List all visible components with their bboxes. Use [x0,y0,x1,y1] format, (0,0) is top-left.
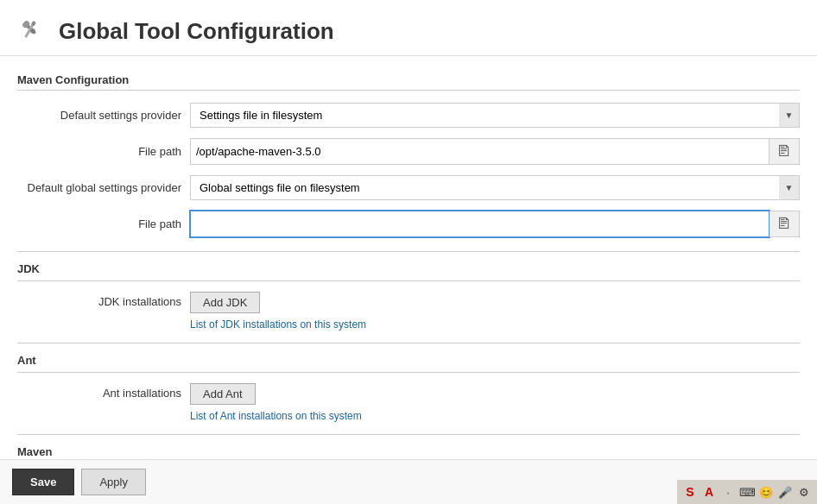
ant-section: Ant Ant installations Add Ant List of An… [17,343,800,425]
apply-button[interactable]: Apply [81,469,146,495]
maven-config-title: Maven Configuration [17,68,800,91]
tools-icon [17,16,48,47]
taskbar-s-icon: S [682,484,698,500]
global-filepath-input[interactable] [190,211,770,237]
taskbar-a-icon: A [701,484,717,500]
default-settings-select-wrapper[interactable]: Settings file in filesystem Use default … [190,103,800,128]
ant-installations-link[interactable]: List of Ant installations on this system [190,410,800,422]
ant-section-title: Ant [17,350,800,373]
global-settings-row: Default global settings provider Global … [17,170,800,205]
global-filepath-browse-btn[interactable]: 🖹 [770,211,800,237]
save-button[interactable]: Save [12,469,74,495]
jdk-installations-row: JDK installations Add JDK List of JDK in… [17,288,800,334]
global-settings-select[interactable]: Global settings file on filesystem Use d… [190,175,800,200]
global-filepath-wrap: 🖹 [190,211,800,237]
taskbar-mic-icon: 🎤 [777,484,793,500]
global-settings-label: Default global settings provider [17,181,190,194]
add-jdk-button[interactable]: Add JDK [190,292,260,313]
jdk-section: JDK JDK installations Add JDK List of JD… [17,251,800,334]
jdk-installations-label: JDK installations [17,292,190,308]
settings-filepath-browse-btn[interactable]: 🖹 [770,138,800,165]
default-settings-label: Default settings provider [17,109,190,122]
global-filepath-label: File path [17,217,190,230]
settings-filepath-input[interactable] [190,138,770,165]
maven-config-section: Maven Configuration Default settings pro… [17,68,800,243]
taskbar-settings-icon[interactable]: ⚙ [796,484,812,500]
settings-filepath-label: File path [17,145,190,158]
page-title: Global Tool Configuration [59,18,334,45]
page-header: Global Tool Configuration [0,0,817,56]
svg-point-4 [30,28,35,34]
main-content: Maven Configuration Default settings pro… [0,56,817,504]
jdk-installations-link[interactable]: List of JDK installations on this system [190,318,800,331]
taskbar-dot1-icon: · [720,484,736,500]
default-settings-wrap: Settings file in filesystem Use default … [190,103,800,128]
ant-installations-row: Ant installations Add Ant List of Ant in… [17,380,800,425]
global-settings-wrap: Global settings file on filesystem Use d… [190,175,800,200]
taskbar-at-icon: ⌨ [739,484,755,500]
ant-installations-content: Add Ant List of Ant installations on thi… [190,383,800,422]
default-settings-row: Default settings provider Settings file … [17,98,800,133]
settings-filepath-wrap: 🖹 [190,138,800,165]
taskbar-right: S A · ⌨ 😊 🎤 ⚙ [677,480,817,504]
global-settings-select-wrapper[interactable]: Global settings file on filesystem Use d… [190,175,800,200]
jdk-installations-content: Add JDK List of JDK installations on thi… [190,292,800,331]
global-filepath-input-group: 🖹 [190,211,800,237]
default-settings-select[interactable]: Settings file in filesystem Use default … [190,103,800,128]
jdk-section-title: JDK [17,259,800,281]
global-filepath-row: File path 🖹 [17,205,800,243]
settings-filepath-row: File path 🖹 [17,133,800,170]
add-ant-button[interactable]: Add Ant [190,383,256,405]
settings-filepath-input-group: 🖹 [190,138,800,165]
taskbar-emoji-icon: 😊 [758,484,774,500]
ant-installations-label: Ant installations [17,383,190,400]
